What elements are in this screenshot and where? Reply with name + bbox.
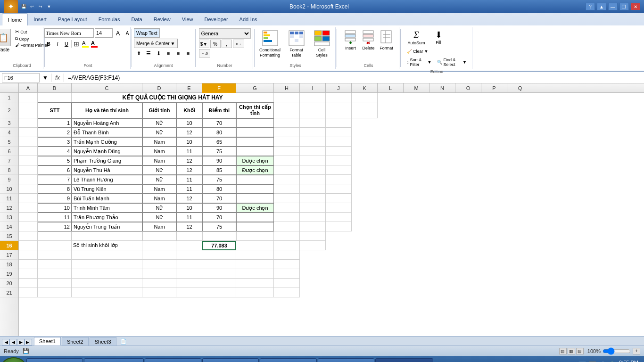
cell-I14[interactable] bbox=[300, 222, 326, 231]
cell-F8[interactable]: 85 bbox=[202, 165, 236, 175]
cell-J9[interactable] bbox=[326, 175, 352, 184]
cell-E20[interactable] bbox=[176, 279, 202, 288]
taskbar-item-demo[interactable]: 📝 Demo-giải-chuy... bbox=[318, 358, 374, 362]
cell-H15[interactable] bbox=[274, 231, 300, 241]
tab-insert[interactable]: Insert bbox=[28, 13, 52, 25]
cell-A11[interactable] bbox=[19, 194, 38, 203]
col-header-a[interactable]: A bbox=[19, 83, 38, 93]
cell-D9[interactable]: Nữ bbox=[142, 175, 176, 184]
cell-H7[interactable] bbox=[274, 156, 300, 165]
cell-A20[interactable] bbox=[19, 279, 38, 288]
redo-quick-btn[interactable]: ↪ bbox=[37, 3, 44, 10]
row-header-19[interactable]: 19 bbox=[0, 269, 18, 279]
cell-C18[interactable] bbox=[72, 260, 142, 269]
cell-E12[interactable]: 10 bbox=[176, 203, 202, 213]
col-header-l[interactable]: L bbox=[378, 83, 404, 93]
tab-data[interactable]: Data bbox=[125, 13, 148, 25]
cell-J5[interactable] bbox=[326, 137, 352, 147]
cell-D6[interactable]: Nam bbox=[142, 147, 176, 156]
cell-H14[interactable] bbox=[274, 222, 300, 231]
customize-quick-btn[interactable]: ▼ bbox=[45, 3, 53, 10]
cell-B4[interactable]: 2 bbox=[38, 128, 72, 137]
cell-C10[interactable]: Vũ Trung Kiên bbox=[72, 184, 142, 194]
cell-I10[interactable] bbox=[300, 184, 326, 194]
cell-D15[interactable] bbox=[142, 231, 176, 241]
conditional-formatting-button[interactable]: ConditionalFormatting bbox=[257, 28, 283, 59]
cell-A12[interactable] bbox=[19, 203, 38, 213]
col-header-h[interactable]: H bbox=[274, 83, 300, 93]
cell-F2[interactable]: Điểm thi bbox=[202, 102, 236, 118]
cell-D3[interactable]: Nữ bbox=[142, 118, 176, 128]
cell-F9[interactable]: 75 bbox=[202, 175, 236, 184]
tab-page-layout[interactable]: Page Layout bbox=[52, 13, 93, 25]
cell-F10[interactable]: 80 bbox=[202, 184, 236, 194]
cell-E16[interactable] bbox=[176, 241, 202, 250]
cell-C14[interactable]: Nguyễn Trung Tuấn bbox=[72, 222, 142, 231]
col-header-e[interactable]: E bbox=[176, 83, 202, 93]
cell-H12[interactable] bbox=[274, 203, 300, 213]
row-header-4[interactable]: 4 bbox=[0, 128, 18, 137]
cell-C15[interactable] bbox=[72, 231, 142, 241]
decrease-decimal-btn[interactable]: ←.0 bbox=[199, 49, 210, 58]
cell-J3[interactable] bbox=[326, 118, 352, 128]
cell-H2[interactable] bbox=[274, 102, 300, 118]
cell-C11[interactable]: Bùi Tuấn Mạnh bbox=[72, 194, 142, 203]
cell-A8[interactable] bbox=[19, 165, 38, 175]
align-top-btn[interactable]: ⬆ bbox=[134, 49, 143, 58]
cell-C8[interactable]: Nguyễn Thu Hà bbox=[72, 165, 142, 175]
cell-E15[interactable] bbox=[176, 231, 202, 241]
cell-A14[interactable] bbox=[19, 222, 38, 231]
row-header-17[interactable]: 17 bbox=[0, 250, 18, 260]
cell-A21[interactable] bbox=[19, 288, 38, 297]
cell-C21[interactable] bbox=[72, 288, 142, 297]
cell-I5[interactable] bbox=[300, 137, 326, 147]
sheet-next-btn[interactable]: ▶ bbox=[17, 339, 25, 346]
cell-A6[interactable] bbox=[19, 147, 38, 156]
autosum-button[interactable]: Σ AutoSum bbox=[405, 28, 428, 47]
cell-C4[interactable]: Đỗ Thanh Bình bbox=[72, 128, 142, 137]
row-header-12[interactable]: 12 bbox=[0, 203, 18, 213]
underline-button[interactable]: U bbox=[62, 40, 71, 48]
cell-A9[interactable] bbox=[19, 175, 38, 184]
cell-B12[interactable]: 10 bbox=[38, 203, 72, 213]
row-header-10[interactable]: 10 bbox=[0, 184, 18, 194]
cell-B9[interactable]: 7 bbox=[38, 175, 72, 184]
row-header-3[interactable]: 3 bbox=[0, 118, 18, 128]
zoom-in-btn[interactable]: + bbox=[633, 348, 640, 354]
format-button[interactable]: Format bbox=[378, 28, 395, 52]
row-header-1[interactable]: 1 bbox=[0, 93, 18, 102]
cell-F6[interactable]: 75 bbox=[202, 147, 236, 156]
col-header-i[interactable]: I bbox=[300, 83, 326, 93]
percent-btn[interactable]: % bbox=[210, 40, 221, 48]
cell-E4[interactable]: 12 bbox=[176, 128, 202, 137]
cell-F12[interactable]: 90 bbox=[202, 203, 236, 213]
cell-G5[interactable] bbox=[236, 137, 274, 147]
cell-B18[interactable] bbox=[38, 260, 72, 269]
row-header-11[interactable]: 11 bbox=[0, 194, 18, 203]
cell-F16[interactable]: 77.083 bbox=[202, 241, 236, 250]
cell-I9[interactable] bbox=[300, 175, 326, 184]
cell-A19[interactable] bbox=[19, 269, 38, 279]
cell-G3[interactable] bbox=[236, 118, 274, 128]
taskbar-item-firefox[interactable]: 🦊 bbox=[145, 358, 201, 362]
cell-D11[interactable]: Nam bbox=[142, 194, 176, 203]
cell-K1[interactable] bbox=[352, 93, 378, 102]
page-layout-view-btn[interactable]: ▦ bbox=[568, 348, 575, 354]
cell-D7[interactable]: Nam bbox=[142, 156, 176, 165]
cell-J11[interactable] bbox=[326, 194, 352, 203]
ribbon-toggle-btn[interactable]: ▲ bbox=[597, 3, 606, 10]
cell-F21[interactable] bbox=[202, 288, 236, 297]
col-header-d[interactable]: D bbox=[142, 83, 176, 93]
cell-G12[interactable]: Được chọn bbox=[236, 203, 274, 213]
cell-G8[interactable]: Được chọn bbox=[236, 165, 274, 175]
tab-view[interactable]: View bbox=[176, 13, 199, 25]
cell-E9[interactable]: 11 bbox=[176, 175, 202, 184]
cell-H5[interactable] bbox=[274, 137, 300, 147]
col-header-c[interactable]: C bbox=[72, 83, 142, 93]
cell-D2[interactable]: Giới tính bbox=[142, 102, 176, 118]
cell-F15[interactable] bbox=[202, 231, 236, 241]
decrease-font-btn[interactable]: A bbox=[123, 29, 132, 37]
sheet-tab-2[interactable]: Sheet2 bbox=[62, 337, 89, 346]
cell-F4[interactable]: 80 bbox=[202, 128, 236, 137]
align-bottom-btn[interactable]: ⬇ bbox=[154, 49, 163, 58]
